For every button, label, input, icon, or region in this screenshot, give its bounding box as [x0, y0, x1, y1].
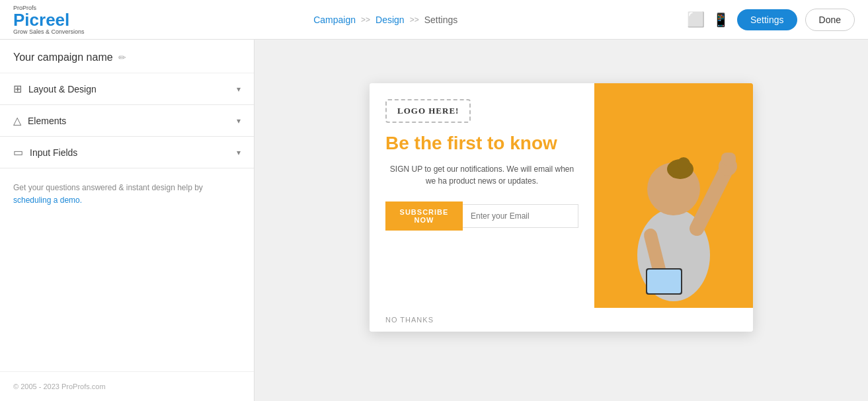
layout-design-chevron: ▾: [237, 85, 241, 94]
mobile-view-icon[interactable]: 📱: [713, 12, 729, 28]
popup-headline[interactable]: Be the first to know: [385, 132, 578, 155]
header-actions: ⬜ 📱 Settings Done: [687, 9, 855, 31]
elements-icon: △: [13, 114, 21, 127]
preview-area: LOGO HERE! Be the first to know SIGN UP …: [255, 40, 868, 401]
campaign-name: Your campaign name: [13, 52, 113, 63]
svg-rect-10: [647, 270, 681, 293]
popup-cta-row: SUBSCRIBE NOW: [385, 201, 578, 231]
input-fields-label: Input Fields: [30, 147, 77, 158]
svg-rect-7: [721, 153, 736, 166]
picreel-logo: Picreel: [13, 11, 85, 28]
popup-no-thanks[interactable]: NO THANKS: [370, 308, 753, 332]
scheduling-demo-link[interactable]: scheduling a demo.: [13, 196, 82, 205]
nav-steps: Campaign >> Design >> Settings: [313, 15, 457, 25]
layout-design-icon: ⊞: [13, 83, 22, 95]
logo-tagline: Grow Sales & Conversions: [13, 28, 85, 35]
app-header: ProProfs Picreel Grow Sales & Conversion…: [0, 0, 868, 40]
layout-design-label: Layout & Design: [28, 84, 97, 94]
subscribe-button[interactable]: SUBSCRIBE NOW: [385, 201, 463, 231]
elements-label: Elements: [28, 116, 66, 126]
sidebar: Your campaign name ✏ ⊞ Layout & Design ▾…: [0, 40, 255, 401]
nav-settings[interactable]: Settings: [424, 15, 458, 25]
email-input[interactable]: [463, 204, 578, 228]
accordion-left: ⊞ Layout & Design: [13, 83, 97, 95]
elements-chevron: ▾: [237, 116, 241, 126]
accordion-layout-design: ⊞ Layout & Design ▾: [0, 73, 254, 105]
edit-campaign-name-icon[interactable]: ✏: [118, 52, 126, 63]
accordion-input-fields-header[interactable]: ▭ Input Fields ▾: [0, 137, 254, 168]
nav-arrow-2: >>: [410, 15, 419, 24]
done-button[interactable]: Done: [805, 9, 855, 31]
accordion-input-fields-left: ▭ Input Fields: [13, 146, 77, 159]
help-text: Get your questions answered & instant de…: [13, 183, 203, 192]
nav-campaign[interactable]: Campaign: [313, 15, 356, 25]
svg-point-4: [677, 157, 690, 170]
accordion-input-fields: ▭ Input Fields ▾: [0, 137, 254, 168]
popup-top: LOGO HERE! Be the first to know SIGN UP …: [370, 83, 753, 308]
sidebar-footer: © 2005 - 2023 ProProfs.com: [0, 371, 254, 401]
accordion-layout-design-header[interactable]: ⊞ Layout & Design ▾: [0, 73, 254, 104]
accordion-elements-header[interactable]: △ Elements ▾: [0, 105, 254, 136]
main-layout: Your campaign name ✏ ⊞ Layout & Design ▾…: [0, 40, 868, 401]
popup-container: LOGO HERE! Be the first to know SIGN UP …: [370, 83, 753, 332]
popup-image: [594, 83, 753, 308]
settings-button[interactable]: Settings: [737, 9, 797, 30]
popup-inner: LOGO HERE! Be the first to know SIGN UP …: [370, 83, 753, 332]
input-fields-chevron: ▾: [237, 148, 241, 157]
sidebar-help: Get your questions answered & instant de…: [0, 168, 254, 220]
popup-subtext: SIGN UP to get our notifications. We wil…: [385, 163, 578, 187]
accordion-elements-left: △ Elements: [13, 114, 66, 127]
logo-area: ProProfs Picreel Grow Sales & Conversion…: [13, 5, 85, 35]
nav-design[interactable]: Design: [375, 15, 405, 25]
campaign-name-row: Your campaign name ✏: [0, 40, 254, 73]
popup-left: LOGO HERE! Be the first to know SIGN UP …: [370, 83, 594, 308]
accordion-elements: △ Elements ▾: [0, 105, 254, 137]
logo-placeholder: LOGO HERE!: [385, 99, 471, 123]
copyright-text: © 2005 - 2023 ProProfs.com: [13, 383, 106, 390]
input-fields-icon: ▭: [13, 146, 23, 159]
nav-arrow-1: >>: [361, 15, 370, 24]
desktop-view-icon[interactable]: ⬜: [687, 11, 705, 28]
